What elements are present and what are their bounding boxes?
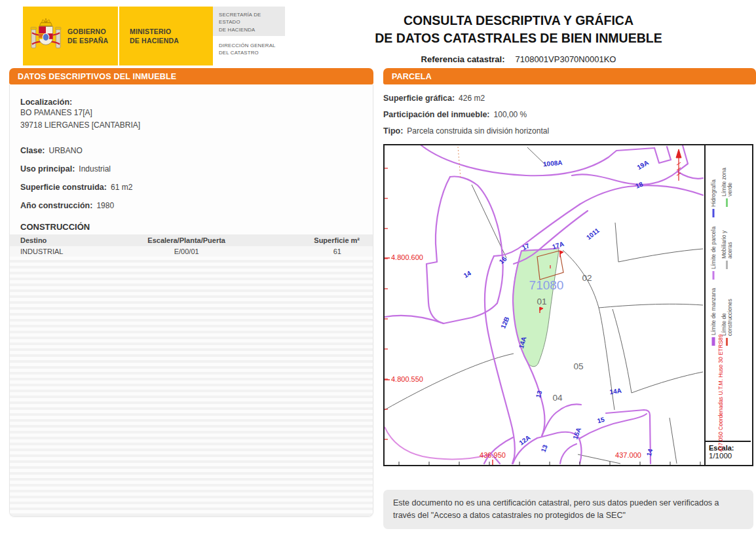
- svg-text:1008A: 1008A: [543, 159, 563, 168]
- map-scale-box: Escala: 1/1000: [706, 441, 751, 465]
- svg-text:19A: 19A: [636, 159, 650, 172]
- column-header: Escalera/Planta/Puerta: [111, 234, 262, 246]
- legend-label: Límite de construcciones: [721, 278, 732, 336]
- disclaimer-box: Este documento no es una certificación c…: [383, 490, 753, 529]
- legend-line-2: Límite de construccionesMobiliario y ace…: [721, 155, 732, 346]
- construccion-title: CONSTRUCCIÓN: [20, 222, 362, 232]
- legend-item: Mobiliario y aceras: [721, 215, 732, 269]
- legend-label: Hidrografía: [711, 180, 717, 208]
- svg-text:14A: 14A: [609, 387, 622, 395]
- spain-coat-of-arms-icon: [29, 16, 62, 56]
- parcela-header: PARCELA: [383, 68, 756, 84]
- scale-value: 1/1000: [709, 452, 747, 460]
- svg-text:18: 18: [634, 181, 644, 191]
- gobierno-espana-label: GOBIERNO DE ESPAÑA: [67, 27, 108, 45]
- map-legend-items: Límite de manzanaLímite de parcelaHidrog…: [706, 145, 751, 441]
- field-row: Clase:URBANO: [20, 141, 362, 159]
- svg-text:02: 02: [582, 273, 592, 283]
- svg-text:4.800.550: 4.800.550: [391, 375, 423, 383]
- datos-descriptivos-panel: DATOS DESCRIPTIVOS DEL INMUEBLE Localiza…: [9, 68, 373, 533]
- svg-text:14: 14: [463, 270, 473, 280]
- legend-label: Límite de parcela: [711, 227, 717, 269]
- map-sidewalk-line: [385, 427, 491, 459]
- legend-line-1: Límite de manzanaLímite de parcelaHidrog…: [711, 155, 717, 346]
- logo-secondary-cells: SECRETARÍA DE ESTADO DE HACIENDA DIRECCI…: [213, 7, 285, 65]
- column-header: Superficie m²: [262, 234, 373, 246]
- government-logo: GOBIERNO DE ESPAÑA MINISTERIO DE HACIEND…: [23, 7, 285, 65]
- map-green-parcel: [513, 248, 559, 367]
- svg-text:16: 16: [498, 255, 508, 266]
- legend-item: Límite de manzana: [711, 288, 717, 346]
- utm-coordinates-label: 437.050 Coordenadas U.T.M. Huso 30 ETRS8…: [717, 339, 724, 452]
- svg-text:17A: 17A: [551, 240, 565, 251]
- legend-item: Hidrografía: [711, 180, 717, 218]
- address-line: BO PAMANES 17[A]: [20, 107, 362, 119]
- legend-line-sample-icon: [726, 261, 728, 269]
- legend-label: Mobiliario y aceras: [721, 215, 732, 259]
- page-title: CONSULTA DESCRIPTIVA Y GRÁFICA DE DATOS …: [285, 12, 752, 48]
- construccion-table-header: DestinoEscalera/Planta/PuertaSuperficie …: [10, 234, 373, 246]
- referencia-catastral-row: Referencia catastral:7108001VP3070N0001K…: [285, 54, 752, 64]
- logo-gobierno-cell: GOBIERNO DE ESPAÑA: [23, 7, 118, 65]
- parcela-panel: PARCELA Superficie gráfica:426 m2Partici…: [383, 68, 756, 533]
- svg-text:12A: 12A: [518, 434, 531, 447]
- datos-descriptivos-body: Localización: BO PAMANES 17[A]39718 LIER…: [9, 84, 373, 517]
- scale-label: Escala:: [709, 444, 747, 452]
- page-header: GOBIERNO DE ESPAÑA MINISTERIO DE HACIEND…: [0, 0, 756, 65]
- field-row: Superficie gráfica:426 m2: [383, 90, 756, 106]
- field-row: Participación del inmueble:100,00 %: [383, 106, 756, 122]
- svg-text:12B: 12B: [499, 316, 510, 330]
- table-empty-rows: [10, 257, 373, 517]
- svg-text:04: 04: [552, 393, 563, 403]
- secretaria-estado-label: SECRETARÍA DE ESTADO DE HACIENDA: [213, 7, 285, 36]
- svg-text:14: 14: [645, 448, 654, 457]
- map-drawing-area: 1008A19A1810111717A161412B14A1312A1315A1…: [385, 145, 704, 465]
- parcela-fields: Superficie gráfica:426 m2Participación d…: [383, 90, 756, 138]
- field-row: Año construcción:1980: [20, 196, 362, 214]
- legend-line-sample-icon: [726, 199, 728, 207]
- inmueble-fields: Clase:URBANOUso principal:IndustrialSupe…: [20, 141, 362, 214]
- svg-text:05: 05: [573, 361, 583, 371]
- field-row: Superficie construida:61 m2: [20, 177, 362, 196]
- legend-line-sample-icon: [712, 337, 715, 346]
- svg-text:1011: 1011: [585, 227, 601, 241]
- svg-text:I: I: [550, 264, 551, 270]
- logo-yellow-block: GOBIERNO DE ESPAÑA MINISTERIO DE HACIEND…: [23, 7, 213, 65]
- svg-text:15: 15: [596, 416, 605, 425]
- construccion-table: DestinoEscalera/Planta/PuertaSuperficie …: [10, 234, 373, 257]
- map-legend-column: Límite de manzanaLímite de parcelaHidrog…: [704, 145, 751, 465]
- svg-text:437.000: 437.000: [615, 451, 641, 459]
- field-row: Uso principal:Industrial: [20, 159, 362, 177]
- table-row: INDUSTRIALE/00/0161: [10, 246, 373, 257]
- svg-text:4.800.600: 4.800.600: [391, 253, 423, 261]
- field-row: Tipo:Parcela construida sin división hor…: [383, 122, 756, 139]
- svg-text:01: 01: [537, 297, 546, 306]
- svg-text:436.950: 436.950: [480, 451, 506, 459]
- address-line: 39718 LIERGANES [CANTABRIA]: [20, 119, 362, 132]
- map-dashed-line: [458, 147, 461, 178]
- referencia-catastral-value: 7108001VP3070N0001KO: [515, 54, 616, 64]
- svg-text:71080: 71080: [529, 278, 564, 292]
- cadastral-map: 1008A19A1810111717A161412B14A1312A1315A1…: [383, 144, 753, 466]
- map-north-arrow: [676, 149, 681, 181]
- legend-label: Límite de manzana: [711, 288, 717, 335]
- legend-line-sample-icon: [726, 338, 728, 346]
- legend-line-sample-icon: [713, 210, 715, 218]
- referencia-catastral-label: Referencia catastral:: [421, 54, 505, 64]
- datos-descriptivos-header: DATOS DESCRIPTIVOS DEL INMUEBLE: [9, 68, 373, 84]
- legend-item: Límite de parcela: [711, 227, 717, 280]
- direccion-general-label: DIRECCIÓN GENERAL DEL CATASTRO: [213, 36, 285, 65]
- legend-line-sample-icon: [713, 271, 715, 280]
- legend-label: Límite zona verde: [721, 155, 732, 196]
- localizacion-label: Localización:: [20, 98, 362, 107]
- column-header: Destino: [10, 234, 111, 246]
- localizacion-address: BO PAMANES 17[A]39718 LIERGANES [CANTABR…: [20, 107, 362, 132]
- ministerio-hacienda-label: MINISTERIO DE HACIENDA: [130, 27, 179, 45]
- legend-item: Límite zona verde: [721, 155, 732, 207]
- svg-text:13: 13: [540, 444, 549, 454]
- document-title-block: CONSULTA DESCRIPTIVA Y GRÁFICA DE DATOS …: [285, 7, 756, 65]
- cadastral-consulta-page: GOBIERNO DE ESPAÑA MINISTERIO DE HACIEND…: [0, 0, 756, 533]
- logo-ministerio-cell: MINISTERIO DE HACIENDA: [118, 7, 213, 65]
- svg-text:13: 13: [535, 390, 544, 399]
